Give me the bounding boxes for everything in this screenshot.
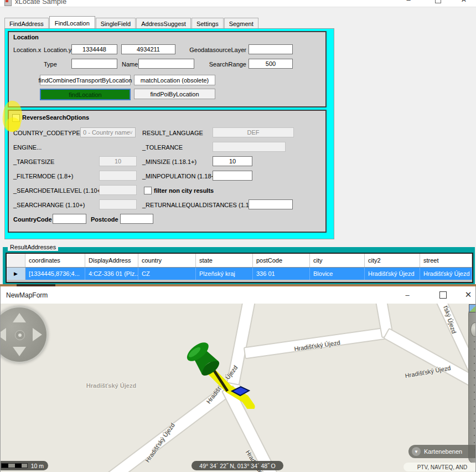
- type-input[interactable]: [71, 59, 117, 69]
- layers-arrow-icon: ▼: [412, 447, 421, 456]
- map-window: NewMapForm – ✕ Hradišťský Újezd ťský Úje…: [0, 286, 476, 472]
- postcode-label: Postcode: [91, 216, 118, 223]
- result-grid: coordinates DisplayAddress country state…: [6, 253, 473, 283]
- filter-non-city-label: filter non city results: [154, 187, 214, 194]
- tab-addresssuggest[interactable]: AddressSuggest: [136, 18, 191, 29]
- result-addresses-group-title: ResultAddresses: [8, 244, 58, 251]
- screen: xLocate Sample – ✕ FindAddressFindLocati…: [0, 0, 476, 472]
- country-codetype-dropdown[interactable]: 0 - Country name ˅: [80, 127, 136, 137]
- row-arrow-icon: ▶: [14, 271, 18, 276]
- coordinates-readout: 49° 34´ 22˝ N, 013° 34´ 48˝ O: [192, 461, 283, 470]
- app-icon-detail: [6, 0, 8, 2]
- map-layers-mini-icon[interactable]: [469, 304, 475, 312]
- pushpin-marker[interactable]: [183, 337, 261, 409]
- returnall-label: _RETURNALLEQUALDISTANCES (1.18.1+): [142, 202, 263, 209]
- tab-settings[interactable]: Settings: [192, 18, 224, 29]
- searchdetaillevel-input[interactable]: [99, 185, 137, 195]
- engine-label: ENGINE...: [13, 144, 42, 151]
- scale-bar-segments: [1, 463, 28, 468]
- cell-displayaddress[interactable]: 4:CZ-336 01 (Plz...: [85, 268, 138, 280]
- tab-findaddress[interactable]: FindAddress: [4, 18, 49, 29]
- col-city[interactable]: city: [310, 254, 365, 267]
- searchrange-opt-input[interactable]: [99, 199, 137, 209]
- row-selector-cell[interactable]: ▶: [7, 268, 25, 280]
- chevron-down-icon: ˅: [130, 129, 133, 136]
- yellow-highlight-annotation-tail: [6, 117, 20, 132]
- location-x-input[interactable]: [71, 44, 117, 54]
- app-icon: [4, 0, 12, 6]
- road-label: Hradišťský Újezd: [138, 413, 182, 471]
- location-x-label: Location.x: [13, 47, 41, 54]
- countrycode-input[interactable]: [53, 214, 86, 224]
- location-y-input[interactable]: [121, 44, 175, 54]
- zoom-slider-thumb[interactable]: [470, 322, 475, 337]
- filtermode-input[interactable]: [99, 171, 137, 181]
- col-displayaddress[interactable]: DisplayAddress: [85, 254, 138, 267]
- minpopulation-input[interactable]: [213, 171, 252, 181]
- name-input[interactable]: [138, 59, 194, 69]
- main-minimize-button[interactable]: –: [402, 0, 415, 6]
- minsize-label: _MINSIZE (1.18.1+): [142, 158, 196, 166]
- layers-button-label: Kartenebenen: [424, 448, 462, 455]
- filtermode-label: _FILTERMODE (1.8+): [13, 173, 73, 180]
- pan-up-icon[interactable]: [13, 313, 26, 322]
- scale-bar: 10 m: [1, 461, 48, 470]
- cell-city[interactable]: Blovice: [310, 268, 365, 280]
- pan-center-inner: [18, 334, 22, 337]
- postcode-input[interactable]: [120, 214, 153, 224]
- match-location-button[interactable]: matchLocation (obsolete): [134, 75, 215, 85]
- find-location-button[interactable]: findLocation: [40, 89, 131, 100]
- searchdetaillevel-label: _SEARCHDETAILLEVEL (1.10+): [13, 187, 103, 194]
- cell-street[interactable]: Hradišťský Újezd: [420, 268, 472, 280]
- col-country[interactable]: country: [138, 254, 196, 267]
- map-layers-button[interactable]: ▼ Kartenebenen: [408, 445, 475, 458]
- find-poi-button[interactable]: findPoiByLocation: [134, 89, 215, 99]
- cell-state[interactable]: Plzeňský kraj: [196, 268, 253, 280]
- table-row[interactable]: ▶ [1334445,8736;4... 4:CZ-336 01 (Plz...…: [7, 268, 472, 280]
- col-postcode[interactable]: postCode: [253, 254, 310, 267]
- col-state[interactable]: state: [196, 254, 253, 267]
- cell-coordinates[interactable]: [1334445,8736;4...: [25, 268, 85, 280]
- tolerance-input[interactable]: [213, 142, 286, 152]
- cell-postcode[interactable]: 336 01: [253, 268, 310, 280]
- row-header-corner: [7, 254, 25, 267]
- returnall-input[interactable]: [249, 199, 293, 209]
- targetsize-input[interactable]: [99, 156, 137, 166]
- tab-findlocation[interactable]: FindLocation: [49, 16, 95, 29]
- filter-non-city-checkbox[interactable]: [144, 187, 152, 194]
- map-close-button[interactable]: ✕: [462, 289, 474, 301]
- geodatasource-input[interactable]: [249, 44, 293, 54]
- pan-right-icon[interactable]: [33, 328, 42, 341]
- main-maximize-button[interactable]: [435, 0, 441, 3]
- pan-center-dot[interactable]: [15, 330, 25, 340]
- tolerance-label: _TOLERANCE: [142, 144, 183, 151]
- search-range-input[interactable]: [249, 59, 293, 69]
- col-street[interactable]: street: [420, 254, 472, 267]
- reverse-search-options-group: ReverseSearchOptions COUNTRY_CODETYPE 0 …: [8, 110, 327, 233]
- tab-strip: FindAddressFindLocationSingleFieldAddres…: [4, 16, 259, 28]
- map-minimize-button[interactable]: –: [401, 289, 413, 301]
- pan-down-icon[interactable]: [13, 347, 26, 356]
- pan-left-icon[interactable]: [1, 328, 6, 341]
- col-city2[interactable]: city2: [365, 254, 420, 267]
- minsize-input[interactable]: [213, 156, 252, 166]
- map-pan-control[interactable]: [1, 306, 48, 363]
- result-language-label: RESULT_LANGUAGE: [142, 130, 203, 137]
- result-language-input[interactable]: [213, 127, 294, 137]
- main-close-button[interactable]: ✕: [458, 0, 470, 6]
- cell-city2[interactable]: Hradišťský Újezd: [365, 268, 420, 280]
- find-combined-transport-button[interactable]: findCombinedTransportByLocation: [40, 75, 131, 85]
- main-window-title: xLocate Sample: [15, 0, 66, 6]
- cell-country[interactable]: CZ: [138, 268, 196, 280]
- tab-segment[interactable]: Segment: [224, 18, 258, 29]
- map-title-bar[interactable]: NewMapForm – ✕: [1, 286, 475, 304]
- main-title-bar: xLocate Sample – ✕: [0, 0, 476, 7]
- tab-singlefield[interactable]: SingleField: [96, 18, 136, 29]
- map-maximize-button[interactable]: [439, 291, 447, 299]
- map-attribution: PTV, NAVTEQ, AND: [403, 463, 475, 471]
- reverse-search-options-label: ReverseSearchOptions: [22, 114, 89, 121]
- name-label: Name: [122, 61, 138, 68]
- map-canvas[interactable]: Hradišťský Újezd ťský Újezd Hradišťský Ú…: [1, 304, 475, 472]
- zoom-slider[interactable]: [468, 307, 475, 464]
- col-coordinates[interactable]: coordinates: [25, 254, 85, 267]
